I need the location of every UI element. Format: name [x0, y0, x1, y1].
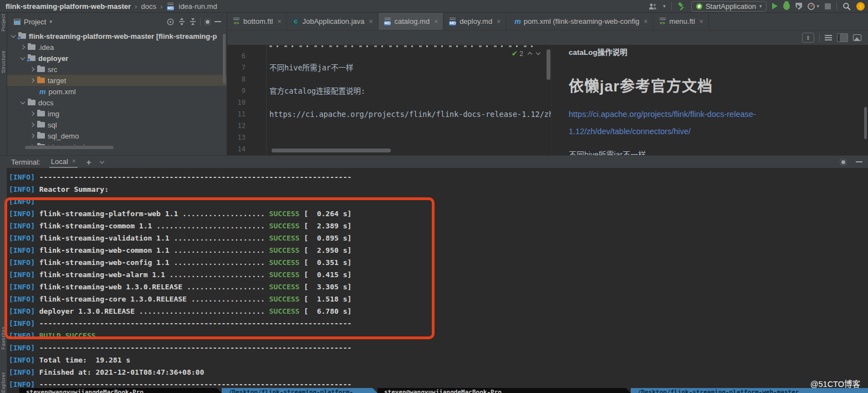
breadcrumb-project[interactable]: flink-streaming-platform-web-master	[6, 2, 131, 11]
tree-row[interactable]: docs	[7, 97, 227, 108]
stop-button[interactable]	[825, 3, 831, 9]
next-problem-icon[interactable]	[536, 50, 540, 55]
terminal-line: [INFO] ---------------------------------…	[9, 171, 868, 183]
terminal-tab-close-icon[interactable]: ×	[72, 157, 76, 165]
build-hammer-icon[interactable]	[677, 2, 686, 11]
project-settings-gear-icon[interactable]	[204, 18, 211, 25]
tab-label: bottom.ftl	[243, 17, 273, 25]
tree-chevron-right-icon[interactable]	[30, 78, 34, 83]
preview-note: 不同hive所需jar不一样	[569, 149, 868, 155]
line-number: 12	[227, 120, 246, 132]
collapse-all-icon[interactable]	[189, 18, 197, 25]
folder-icon	[37, 133, 45, 139]
folder-icon	[18, 33, 26, 39]
profiler-caret-icon: ▾	[816, 3, 819, 9]
prompt-segment: steven@wangyuwjiangdeMacBook-Pro	[19, 388, 217, 393]
shell-prompt-line[interactable]: steven@wangyuwjiangdeMacBook-Pro/Desktop…	[7, 388, 868, 393]
tree-row[interactable]: src	[7, 64, 227, 75]
vcs-users-icon[interactable]	[649, 3, 657, 10]
breadcrumb-separator-icon: ›	[160, 2, 162, 11]
preview-link[interactable]: https://ci.apache.org/projects/flink/fli…	[569, 106, 868, 140]
tab-close-icon[interactable]: ×	[369, 18, 373, 25]
tree-row[interactable]: triston_deploy_use	[7, 141, 227, 145]
tree-chevron-down-icon[interactable]	[21, 55, 25, 59]
debug-button[interactable]	[783, 2, 790, 10]
tree-chevron-right-icon[interactable]	[30, 134, 34, 138]
folder-icon	[37, 144, 45, 145]
tree-row[interactable]: mpom.xml	[7, 86, 227, 97]
project-vscrollbar[interactable]	[223, 34, 226, 84]
tree-row[interactable]: deployer	[7, 53, 227, 64]
tree-chevron-right-icon[interactable]	[30, 145, 34, 145]
run-config-caret-icon: ▾	[759, 3, 762, 9]
terminal-settings-gear-icon[interactable]	[840, 159, 847, 166]
tool-window-structure[interactable]: Structure	[1, 50, 6, 73]
tree-item-label: triston_deploy_use	[48, 143, 108, 146]
tree-row[interactable]: .idea	[7, 42, 227, 53]
tool-window-project[interactable]: Project	[1, 14, 6, 32]
breadcrumb-folder[interactable]: docs	[141, 2, 156, 11]
prev-problem-icon[interactable]	[528, 52, 532, 57]
terminal-tab-local[interactable]: Local ×	[49, 156, 78, 168]
tree-row[interactable]: target	[7, 75, 227, 86]
new-terminal-session-icon[interactable]: +	[86, 157, 91, 167]
show-preview-only-icon[interactable]	[853, 34, 861, 41]
tab-label: deploy.md	[459, 17, 492, 25]
editor-hscrollbar[interactable]	[272, 149, 391, 152]
search-everywhere-icon[interactable]	[843, 2, 851, 11]
line-number: 6	[227, 50, 246, 62]
watermark: @51CTO博客	[810, 377, 860, 389]
profiler-button[interactable]	[808, 3, 815, 10]
tab-close-icon[interactable]: ×	[277, 18, 281, 25]
coverage-button[interactable]	[795, 3, 802, 10]
editor-vscrollbar[interactable]	[547, 49, 550, 80]
editor-tab[interactable]: CJobApplication.java×	[287, 13, 378, 30]
terminal-hide-icon[interactable]	[856, 161, 862, 162]
project-panel-title[interactable]: Project	[24, 18, 46, 26]
editor-tab[interactable]: mpom.xml (flink-streaming-web-config×	[506, 13, 653, 30]
hide-panel-icon[interactable]	[215, 21, 221, 22]
tree-row[interactable]: img	[7, 108, 227, 119]
autoscroll-preview-icon[interactable]: ⇕	[802, 33, 814, 43]
tree-row[interactable]: sql_demo	[7, 130, 227, 141]
tab-close-icon[interactable]: ×	[434, 18, 438, 25]
show-editor-and-preview-icon[interactable]	[837, 33, 848, 42]
tree-chevron-right-icon[interactable]	[30, 67, 34, 72]
tree-chevron-right-icon[interactable]	[21, 45, 25, 49]
editor-tab[interactable]: <>menu.ftl×	[653, 13, 709, 30]
preview-vscrollbar[interactable]	[864, 107, 867, 139]
breadcrumb-file[interactable]: idea-run.md	[178, 2, 217, 11]
run-configuration-select[interactable]: StartApplication ▾	[691, 1, 767, 12]
project-view-icon	[14, 19, 21, 25]
tree-chevron-right-icon[interactable]	[30, 123, 34, 127]
tree-chevron-down-icon[interactable]	[11, 33, 16, 37]
terminal-sessions-caret-icon[interactable]	[99, 159, 104, 163]
terminal-header: Terminal: Local × +	[0, 155, 868, 168]
tab-close-icon[interactable]: ×	[497, 18, 501, 25]
tree-row[interactable]: sql	[7, 119, 227, 130]
tab-close-icon[interactable]: ×	[699, 18, 703, 25]
editor-tab[interactable]: MDcatalog.md×	[379, 13, 444, 30]
tab-close-icon[interactable]: ×	[644, 18, 648, 25]
tree-chevron-down-icon[interactable]	[21, 99, 25, 104]
log-level-info: [INFO]	[9, 368, 35, 376]
locate-file-icon[interactable]	[166, 18, 175, 26]
expand-all-icon[interactable]	[178, 18, 186, 25]
maven-icon: m	[39, 88, 46, 96]
tool-window-explorer[interactable]: Explorer	[1, 372, 6, 393]
tree-chevron-right-icon[interactable]	[30, 111, 34, 116]
update-available-icon[interactable]: ↑	[856, 2, 865, 11]
annotation-rectangle	[4, 197, 435, 339]
project-view-caret-icon[interactable]: ▾	[49, 19, 52, 24]
tree-row[interactable]: flink-streaming-platform-web-master [fli…	[7, 30, 227, 42]
preview-subtitle: cataLog操作说明	[569, 46, 868, 57]
run-button[interactable]	[772, 3, 778, 9]
editor-tab[interactable]: MDdeploy.md×	[443, 13, 506, 30]
project-hscrollbar[interactable]	[25, 146, 114, 149]
inspection-widget[interactable]: ✔ 2	[509, 49, 542, 58]
show-editor-only-icon[interactable]	[825, 35, 832, 41]
log-level-info: [INFO]	[9, 173, 35, 181]
editor-tab[interactable]: <>bottom.ftl×	[227, 13, 287, 30]
folder-icon	[37, 67, 45, 72]
markdown-editor[interactable]: 67不同hive所需jar不一样89官方catalog连接配置说明:1011ht…	[227, 45, 551, 155]
